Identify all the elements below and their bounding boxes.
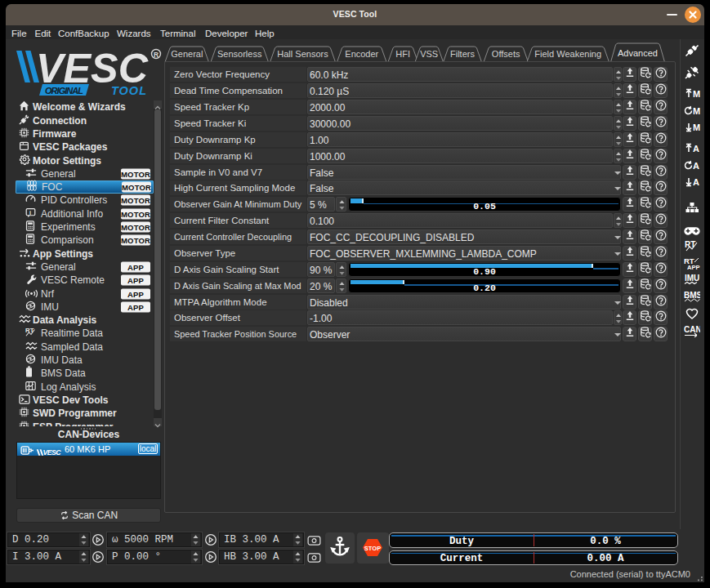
svg-text:IMU: IMU [685, 274, 699, 283]
svg-text:General: General [171, 49, 203, 59]
svg-text:ORIGINAL: ORIGINAL [45, 86, 83, 96]
svg-text:HFI: HFI [395, 49, 410, 59]
svg-text:M: M [693, 122, 700, 132]
svg-text:VESC: VESC [42, 448, 61, 457]
svg-text:M: M [693, 106, 700, 116]
svg-text:Encoder: Encoder [345, 49, 378, 59]
svg-text:VSS: VSS [420, 49, 438, 59]
svg-text:CAN: CAN [684, 325, 700, 334]
svg-text:M: M [693, 89, 700, 99]
svg-text:Sensorless: Sensorless [217, 49, 262, 59]
svg-text:Filters: Filters [450, 49, 475, 59]
svg-text:i: i [29, 208, 31, 216]
svg-text:A: A [693, 144, 699, 154]
svg-text:Offsets: Offsets [492, 49, 520, 59]
svg-text:BMS: BMS [684, 291, 700, 300]
svg-text:Advanced: Advanced [618, 48, 658, 58]
svg-text:STOP: STOP [364, 545, 381, 552]
svg-text:APP: APP [687, 264, 699, 270]
svg-text:Field Weakening: Field Weakening [534, 49, 601, 59]
svg-text:Hall Sensors: Hall Sensors [277, 49, 328, 59]
svg-text:R: R [154, 51, 159, 59]
svg-text:TOOL: TOOL [111, 84, 147, 97]
svg-text:A: A [693, 161, 699, 171]
svg-text:A: A [693, 177, 699, 187]
